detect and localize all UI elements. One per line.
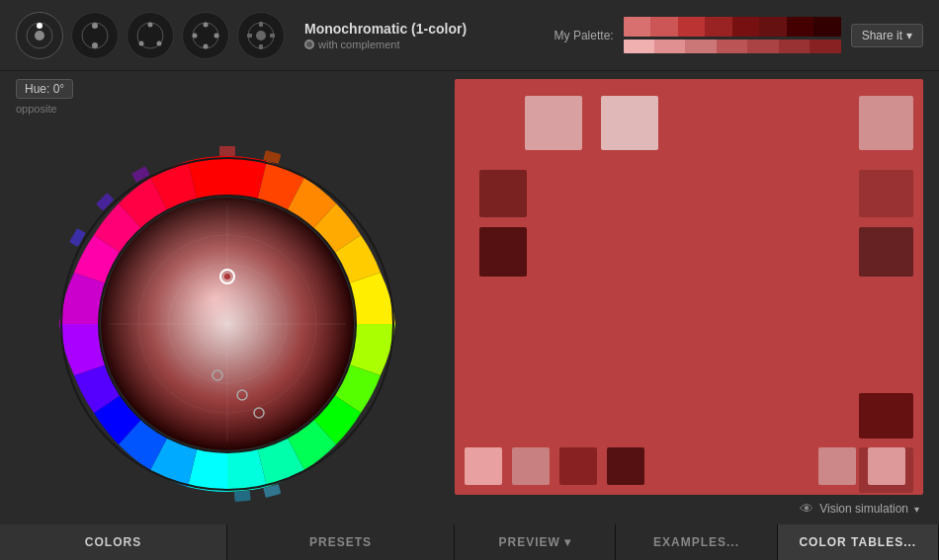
swatch-4 [859, 170, 913, 217]
svg-point-5 [92, 42, 98, 48]
preview-arrow-icon: ▾ [564, 535, 571, 549]
opposite-label: opposite [16, 103, 439, 115]
svg-point-13 [204, 43, 209, 48]
palette-area: My Palette: Share it ▾ [555, 17, 923, 53]
svg-point-2 [35, 31, 44, 40]
base-info: Base RGB: AA3939 Fine Tune... [16, 521, 439, 524]
preview-canvas[interactable] [455, 79, 923, 495]
swatch-11 [559, 447, 597, 485]
right-panel: 👁 Vision simulation ▾ [455, 71, 939, 524]
scheme-tetradic-icon[interactable] [182, 12, 229, 59]
tab-preview[interactable]: PREVIEW ▾ [455, 524, 616, 560]
svg-rect-28 [69, 228, 86, 247]
swatch-6 [859, 227, 913, 277]
svg-rect-19 [247, 34, 252, 38]
scheme-custom-icon[interactable] [237, 12, 285, 59]
tab-presets[interactable]: PRESETS [227, 524, 455, 560]
vision-arrow-icon: ▾ [914, 504, 919, 515]
swatch-0 [525, 96, 582, 150]
share-button[interactable]: Share it ▾ [851, 24, 923, 47]
scheme-triadic-icon[interactable] [127, 12, 174, 59]
svg-point-7 [148, 22, 153, 27]
swatch-7 [859, 393, 913, 439]
tab-colors[interactable]: COLORS [0, 524, 227, 560]
svg-rect-30 [234, 491, 251, 502]
left-panel: Hue: 0° opposite [0, 71, 455, 524]
color-wheel-svg[interactable] [30, 126, 425, 521]
swatch-2 [859, 96, 913, 150]
swatch-13 [818, 447, 856, 485]
palette-label: My Palette: [555, 29, 614, 42]
swatch-14 [868, 447, 905, 485]
swatch-10 [512, 447, 550, 485]
scheme-mono-icon[interactable] [16, 12, 63, 59]
scheme-info: Monochromatic (1-color) with complement [304, 21, 543, 50]
wheel-icons [16, 12, 285, 59]
svg-rect-24 [219, 146, 235, 156]
scheme-title: Monochromatic (1-color) [304, 21, 543, 37]
tab-color-tables[interactable]: COLOR TABLES... [778, 524, 939, 560]
svg-point-14 [193, 33, 198, 38]
tab-examples[interactable]: EXAMPLES... [616, 524, 777, 560]
svg-rect-20 [270, 34, 275, 38]
eye-icon: 👁 [800, 501, 813, 517]
main-content: Hue: 0° opposite [0, 71, 939, 524]
scheme-complementary-icon[interactable] [71, 12, 119, 59]
bottom-right-tabs: PREVIEW ▾ EXAMPLES... COLOR TABLES... [455, 524, 939, 560]
top-bar: Monochromatic (1-color) with complement … [0, 0, 939, 71]
svg-point-8 [157, 40, 162, 45]
color-wheel[interactable] [30, 126, 425, 521]
swatch-5 [479, 227, 527, 277]
sub-dot-icon [304, 40, 314, 49]
swatch-9 [465, 447, 502, 485]
scheme-sub: with complement [304, 39, 543, 50]
hue-label[interactable]: Hue: 0° [16, 79, 73, 99]
swatch-3 [479, 170, 527, 217]
palette-display[interactable] [624, 17, 841, 53]
svg-point-12 [214, 33, 219, 38]
svg-rect-17 [259, 22, 263, 27]
vision-bar: 👁 Vision simulation ▾ [455, 501, 923, 517]
svg-rect-27 [96, 193, 114, 210]
svg-point-1 [37, 23, 43, 29]
vision-sim-label[interactable]: Vision simulation [819, 502, 908, 516]
bottom-area: COLORS PRESETS PREVIEW ▾ EXAMPLES... COL… [0, 524, 939, 560]
svg-point-11 [204, 22, 209, 27]
svg-point-4 [92, 23, 98, 29]
svg-point-9 [139, 40, 144, 45]
swatch-1 [601, 96, 658, 150]
svg-rect-18 [259, 44, 263, 49]
svg-point-16 [256, 31, 266, 40]
bottom-left-tabs: COLORS PRESETS [0, 524, 455, 560]
swatch-12 [607, 447, 644, 485]
